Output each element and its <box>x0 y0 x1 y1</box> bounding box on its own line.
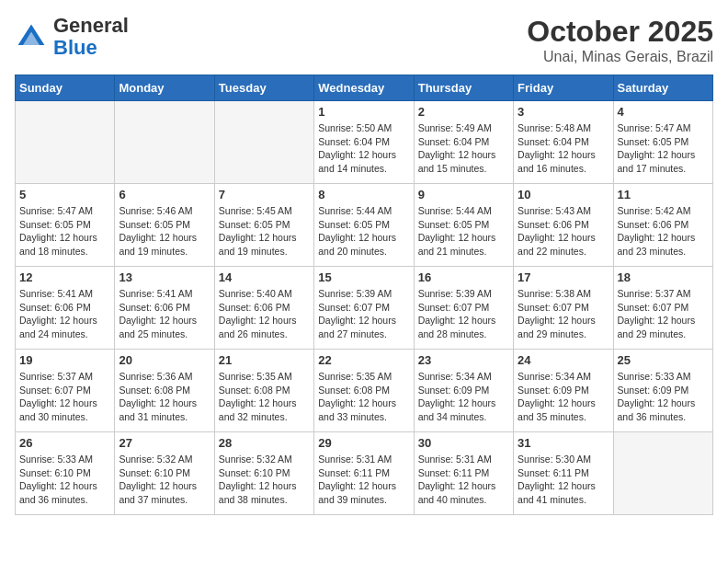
header-wednesday: Wednesday <box>314 75 414 101</box>
day-number: 2 <box>418 105 509 119</box>
header: General Blue October 2025 Unai, Minas Ge… <box>15 15 713 65</box>
day-number: 10 <box>518 188 609 201</box>
day-number: 25 <box>618 353 709 367</box>
day-info: Sunrise: 5:34 AMSunset: 6:09 PMDaylight:… <box>518 370 609 424</box>
day-info: Sunrise: 5:35 AMSunset: 6:08 PMDaylight:… <box>219 370 310 424</box>
header-saturday: Saturday <box>613 75 712 101</box>
day-info: Sunrise: 5:44 AMSunset: 6:05 PMDaylight:… <box>418 204 509 259</box>
day-number: 30 <box>418 436 509 450</box>
calendar-cell: 28Sunrise: 5:32 AMSunset: 6:10 PMDayligh… <box>214 432 313 515</box>
day-info: Sunrise: 5:48 AMSunset: 6:04 PMDaylight:… <box>518 121 609 176</box>
calendar-cell: 6Sunrise: 5:46 AMSunset: 6:05 PMDaylight… <box>115 184 214 267</box>
calendar-cell: 7Sunrise: 5:45 AMSunset: 6:05 PMDaylight… <box>214 184 313 267</box>
day-info: Sunrise: 5:46 AMSunset: 6:05 PMDaylight:… <box>119 204 210 259</box>
calendar-cell: 20Sunrise: 5:36 AMSunset: 6:08 PMDayligh… <box>115 350 214 432</box>
calendar-cell: 31Sunrise: 5:30 AMSunset: 6:11 PMDayligh… <box>514 432 613 515</box>
day-info: Sunrise: 5:50 AMSunset: 6:04 PMDaylight:… <box>318 121 409 176</box>
month-title: October 2025 <box>527 15 713 49</box>
calendar-cell: 4Sunrise: 5:47 AMSunset: 6:05 PMDaylight… <box>613 101 712 184</box>
day-number: 23 <box>418 353 509 367</box>
day-number: 16 <box>418 270 509 284</box>
day-info: Sunrise: 5:34 AMSunset: 6:09 PMDaylight:… <box>418 370 509 424</box>
day-info: Sunrise: 5:47 AMSunset: 6:05 PMDaylight:… <box>19 204 110 259</box>
week-row-3: 12Sunrise: 5:41 AMSunset: 6:06 PMDayligh… <box>16 267 713 350</box>
calendar-cell: 15Sunrise: 5:39 AMSunset: 6:07 PMDayligh… <box>314 267 414 350</box>
calendar-cell: 14Sunrise: 5:40 AMSunset: 6:06 PMDayligh… <box>214 267 313 350</box>
calendar-cell: 27Sunrise: 5:32 AMSunset: 6:10 PMDayligh… <box>115 432 214 515</box>
day-number: 19 <box>19 353 110 367</box>
day-number: 26 <box>19 436 110 450</box>
day-number: 15 <box>318 270 409 284</box>
header-thursday: Thursday <box>414 75 513 101</box>
day-info: Sunrise: 5:32 AMSunset: 6:10 PMDaylight:… <box>119 453 210 507</box>
calendar-cell: 24Sunrise: 5:34 AMSunset: 6:09 PMDayligh… <box>514 350 613 432</box>
calendar-cell: 1Sunrise: 5:50 AMSunset: 6:04 PMDaylight… <box>314 101 414 184</box>
day-number: 7 <box>219 188 310 201</box>
day-info: Sunrise: 5:35 AMSunset: 6:08 PMDaylight:… <box>318 370 409 424</box>
day-info: Sunrise: 5:41 AMSunset: 6:06 PMDaylight:… <box>19 287 110 341</box>
logo-text: General Blue <box>53 15 129 59</box>
day-number: 14 <box>219 270 310 284</box>
day-info: Sunrise: 5:49 AMSunset: 6:04 PMDaylight:… <box>418 121 509 176</box>
calendar-cell: 18Sunrise: 5:37 AMSunset: 6:07 PMDayligh… <box>613 267 712 350</box>
day-info: Sunrise: 5:33 AMSunset: 6:09 PMDaylight:… <box>618 370 709 424</box>
day-info: Sunrise: 5:43 AMSunset: 6:06 PMDaylight:… <box>518 204 609 259</box>
day-number: 11 <box>618 188 709 201</box>
calendar-cell: 5Sunrise: 5:47 AMSunset: 6:05 PMDaylight… <box>16 184 115 267</box>
header-sunday: Sunday <box>16 75 115 101</box>
header-tuesday: Tuesday <box>214 75 313 101</box>
day-number: 8 <box>318 188 409 201</box>
day-info: Sunrise: 5:31 AMSunset: 6:11 PMDaylight:… <box>418 453 509 507</box>
day-number: 17 <box>518 270 609 284</box>
day-info: Sunrise: 5:30 AMSunset: 6:11 PMDaylight:… <box>518 453 609 507</box>
logo: General Blue <box>15 15 129 59</box>
header-monday: Monday <box>115 75 214 101</box>
day-number: 24 <box>518 353 609 367</box>
days-header-row: Sunday Monday Tuesday Wednesday Thursday… <box>16 75 713 101</box>
calendar-cell: 10Sunrise: 5:43 AMSunset: 6:06 PMDayligh… <box>514 184 613 267</box>
day-number: 20 <box>119 353 210 367</box>
day-info: Sunrise: 5:36 AMSunset: 6:08 PMDaylight:… <box>119 370 210 424</box>
day-info: Sunrise: 5:38 AMSunset: 6:07 PMDaylight:… <box>518 287 609 341</box>
day-info: Sunrise: 5:47 AMSunset: 6:05 PMDaylight:… <box>618 121 709 176</box>
week-row-4: 19Sunrise: 5:37 AMSunset: 6:07 PMDayligh… <box>16 350 713 432</box>
calendar-cell: 25Sunrise: 5:33 AMSunset: 6:09 PMDayligh… <box>613 350 712 432</box>
title-area: October 2025 Unai, Minas Gerais, Brazil <box>527 15 713 65</box>
week-row-5: 26Sunrise: 5:33 AMSunset: 6:10 PMDayligh… <box>16 432 713 515</box>
calendar-cell: 23Sunrise: 5:34 AMSunset: 6:09 PMDayligh… <box>414 350 513 432</box>
day-info: Sunrise: 5:39 AMSunset: 6:07 PMDaylight:… <box>418 287 509 341</box>
calendar-cell: 11Sunrise: 5:42 AMSunset: 6:06 PMDayligh… <box>613 184 712 267</box>
calendar-cell <box>115 101 214 184</box>
calendar-cell: 13Sunrise: 5:41 AMSunset: 6:06 PMDayligh… <box>115 267 214 350</box>
day-info: Sunrise: 5:44 AMSunset: 6:05 PMDaylight:… <box>318 204 409 259</box>
day-info: Sunrise: 5:33 AMSunset: 6:10 PMDaylight:… <box>19 453 110 507</box>
calendar-cell: 8Sunrise: 5:44 AMSunset: 6:05 PMDaylight… <box>314 184 414 267</box>
day-info: Sunrise: 5:41 AMSunset: 6:06 PMDaylight:… <box>119 287 210 341</box>
calendar-cell <box>214 101 313 184</box>
day-info: Sunrise: 5:40 AMSunset: 6:06 PMDaylight:… <box>219 287 310 341</box>
calendar-cell: 2Sunrise: 5:49 AMSunset: 6:04 PMDaylight… <box>414 101 513 184</box>
day-number: 13 <box>119 270 210 284</box>
day-info: Sunrise: 5:37 AMSunset: 6:07 PMDaylight:… <box>618 287 709 341</box>
calendar-cell: 17Sunrise: 5:38 AMSunset: 6:07 PMDayligh… <box>514 267 613 350</box>
day-number: 21 <box>219 353 310 367</box>
day-number: 4 <box>618 105 709 119</box>
day-number: 6 <box>119 188 210 201</box>
week-row-1: 1Sunrise: 5:50 AMSunset: 6:04 PMDaylight… <box>16 101 713 184</box>
location-title: Unai, Minas Gerais, Brazil <box>527 49 713 65</box>
day-number: 3 <box>518 105 609 119</box>
calendar-cell <box>613 432 712 515</box>
day-info: Sunrise: 5:37 AMSunset: 6:07 PMDaylight:… <box>19 370 110 424</box>
header-friday: Friday <box>514 75 613 101</box>
logo-icon <box>15 20 48 53</box>
day-number: 28 <box>219 436 310 450</box>
day-info: Sunrise: 5:39 AMSunset: 6:07 PMDaylight:… <box>318 287 409 341</box>
day-info: Sunrise: 5:45 AMSunset: 6:05 PMDaylight:… <box>219 204 310 259</box>
calendar-cell: 16Sunrise: 5:39 AMSunset: 6:07 PMDayligh… <box>414 267 513 350</box>
calendar-cell: 3Sunrise: 5:48 AMSunset: 6:04 PMDaylight… <box>514 101 613 184</box>
calendar-cell: 21Sunrise: 5:35 AMSunset: 6:08 PMDayligh… <box>214 350 313 432</box>
calendar-cell: 26Sunrise: 5:33 AMSunset: 6:10 PMDayligh… <box>16 432 115 515</box>
calendar-cell: 22Sunrise: 5:35 AMSunset: 6:08 PMDayligh… <box>314 350 414 432</box>
calendar-cell: 9Sunrise: 5:44 AMSunset: 6:05 PMDaylight… <box>414 184 513 267</box>
calendar: Sunday Monday Tuesday Wednesday Thursday… <box>15 75 713 515</box>
